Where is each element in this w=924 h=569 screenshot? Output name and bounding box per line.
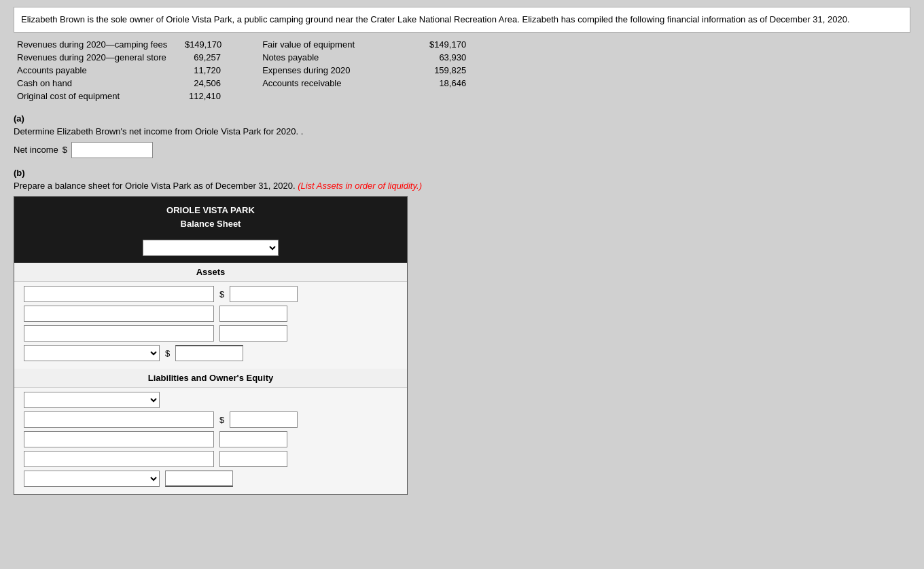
- part-b-question-start: Prepare a balance sheet for Oriole Vista…: [14, 181, 298, 191]
- value-general-store: 69,257: [173, 52, 221, 62]
- bs-date-select[interactable]: December 31, 2020: [143, 240, 279, 256]
- intro-text-box: Elizabeth Brown is the sole owner of Ori…: [14, 7, 910, 33]
- bs-asset-label-2[interactable]: [24, 306, 214, 322]
- part-a-question: Determine Elizabeth Brown's net income f…: [14, 126, 910, 136]
- part-a-section: (a) Determine Elizabeth Brown's net inco…: [14, 113, 910, 158]
- net-income-input[interactable]: [71, 142, 153, 158]
- bs-header: ORIOLE VISTA PARK Balance Sheet: [14, 197, 407, 238]
- page: Elizabeth Brown is the sole owner of Ori…: [0, 0, 924, 569]
- value-camping-fees: $149,170: [174, 39, 221, 50]
- data-row-r1: Fair value of equipment $149,170: [262, 39, 466, 50]
- bs-asset-row-3: [24, 325, 397, 342]
- bs-liabilities-label: Liabilities and Owner's Equity: [14, 369, 407, 388]
- bs-liab-dollar-1: $: [219, 415, 224, 425]
- bs-liab-row-3: [24, 451, 397, 467]
- bs-asset-row-1: $: [24, 286, 397, 302]
- bs-asset-amount-1[interactable]: [230, 286, 298, 302]
- label-camping-fees: Revenues during 2020—camping fees: [17, 39, 167, 50]
- bs-asset-amount-3[interactable]: [219, 325, 287, 342]
- bs-liab-label-2[interactable]: [24, 431, 214, 447]
- data-row-r3: Expenses during 2020 159,825: [262, 65, 466, 75]
- value-accounts-payable: 11,720: [173, 65, 221, 75]
- value-accounts-receivable: 18,646: [419, 78, 466, 88]
- data-row-5: Original cost of equipment 112,410: [17, 91, 221, 101]
- net-income-dollar: $: [63, 145, 67, 155]
- bs-asset-row-4: $: [24, 345, 397, 361]
- label-fair-value: Fair value of equipment: [262, 39, 412, 50]
- bs-assets-label: Assets: [14, 263, 407, 282]
- bs-assets-body: $ $: [14, 282, 407, 369]
- bs-asset-label-1[interactable]: [24, 286, 214, 302]
- label-accounts-receivable: Accounts receivable: [262, 78, 412, 88]
- label-expenses: Expenses during 2020: [262, 65, 412, 75]
- net-income-row: Net income $: [14, 142, 910, 158]
- data-row-1: Revenues during 2020—camping fees $149,1…: [17, 39, 221, 50]
- label-notes-payable: Notes payable: [262, 52, 412, 62]
- data-row-3: Accounts payable 11,720: [17, 65, 221, 75]
- bs-liab-row-2: [24, 431, 397, 447]
- right-data-column: Fair value of equipment $149,170 Notes p…: [262, 39, 466, 101]
- bs-asset-dollar-4: $: [165, 348, 170, 359]
- data-row-r4: Accounts receivable 18,646: [262, 78, 466, 88]
- bs-liab-amount-3[interactable]: [219, 451, 287, 467]
- label-accounts-payable: Accounts payable: [17, 65, 166, 75]
- bs-liab-total-row: [24, 471, 397, 487]
- balance-sheet: ORIOLE VISTA PARK Balance Sheet December…: [14, 196, 408, 496]
- bs-asset-select-4[interactable]: [24, 345, 160, 361]
- data-row-4: Cash on hand 24,506: [17, 78, 221, 88]
- bs-sheet-title: Balance Sheet: [21, 217, 400, 232]
- net-income-label: Net income: [14, 145, 58, 155]
- part-b-question: Prepare a balance sheet for Oriole Vista…: [14, 181, 910, 191]
- bs-liab-select-total[interactable]: [24, 471, 160, 487]
- part-a-label: (a): [14, 113, 910, 124]
- part-b-label: (b): [14, 168, 910, 178]
- value-fair-value: $149,170: [419, 39, 466, 50]
- bs-company-name: ORIOLE VISTA PARK: [21, 204, 400, 218]
- intro-text: Elizabeth Brown is the sole owner of Ori…: [21, 14, 850, 24]
- value-notes-payable: 63,930: [419, 52, 466, 62]
- bs-date-row: December 31, 2020: [14, 237, 407, 263]
- part-b-section: (b) Prepare a balance sheet for Oriole V…: [14, 168, 910, 496]
- bs-liab-total-amount[interactable]: [165, 471, 233, 487]
- bs-asset-amount-4[interactable]: [175, 345, 243, 361]
- bs-asset-label-3[interactable]: [24, 325, 214, 342]
- bs-liab-label-1[interactable]: [24, 411, 214, 428]
- financial-data-table: Revenues during 2020—camping fees $149,1…: [14, 39, 910, 101]
- value-cash-on-hand: 24,506: [173, 78, 221, 88]
- bs-liab-row-1: $: [24, 411, 397, 428]
- value-expenses: 159,825: [419, 65, 466, 75]
- data-row-r2: Notes payable 63,930: [262, 52, 466, 62]
- bs-asset-row-2: [24, 306, 397, 322]
- bs-liab-row-dropdown: [24, 392, 397, 408]
- bs-liab-select-1[interactable]: [24, 392, 160, 408]
- data-row-2: Revenues during 2020—general store 69,25…: [17, 52, 221, 62]
- bs-liab-amount-2[interactable]: [219, 431, 287, 447]
- bs-asset-dollar-1: $: [219, 289, 224, 299]
- bs-liabilities-body: $: [14, 388, 407, 494]
- left-data-column: Revenues during 2020—camping fees $149,1…: [17, 39, 221, 101]
- label-cash-on-hand: Cash on hand: [17, 78, 166, 88]
- value-original-cost: 112,410: [173, 91, 221, 101]
- label-original-cost: Original cost of equipment: [17, 91, 166, 101]
- bs-asset-amount-2[interactable]: [219, 306, 287, 322]
- bs-liab-amount-1[interactable]: [230, 411, 298, 428]
- label-general-store: Revenues during 2020—general store: [17, 52, 166, 62]
- part-b-question-italic: (List Assets in order of liquidity.): [298, 181, 422, 191]
- bs-liab-label-3[interactable]: [24, 451, 214, 467]
